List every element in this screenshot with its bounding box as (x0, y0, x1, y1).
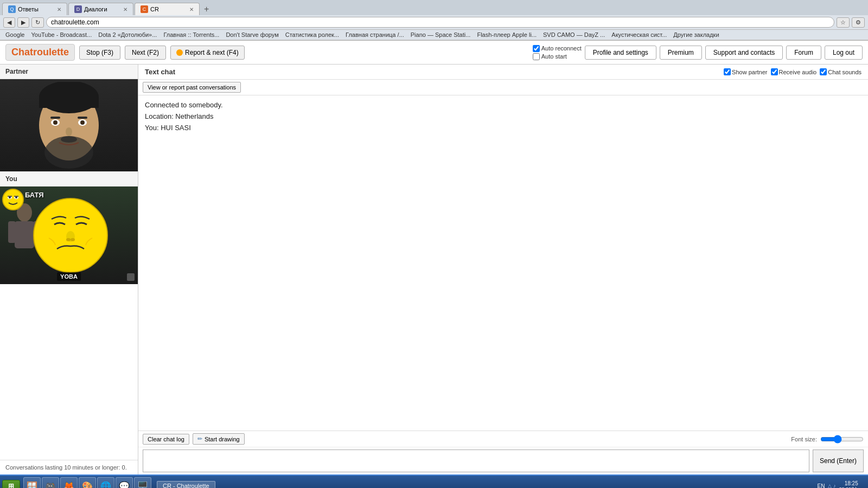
receive-audio-checkbox[interactable]: Receive audio (771, 68, 817, 75)
view-report-button[interactable]: View or report past conversations (143, 82, 241, 93)
partner-title: Partner (0, 65, 138, 79)
tab-close-cr[interactable]: ✕ (189, 7, 194, 12)
taskbar-app-desktop[interactable]: 🖥️ (134, 477, 151, 488)
bookmark-main[interactable]: Главная страница /... (343, 31, 406, 38)
chat-input-area: Send (Enter) (138, 447, 868, 474)
svg-point-25 (66, 238, 71, 241)
auto-start-input[interactable] (533, 53, 540, 60)
svg-rect-14 (8, 221, 16, 243)
bookmark-stats[interactable]: Статистика ролек... (283, 31, 341, 38)
bookmark-flash[interactable]: Flash-плеер Apple li... (475, 31, 539, 38)
meme-face-large (33, 197, 108, 273)
bookmark-other[interactable]: Другие закладки (671, 31, 721, 38)
partner-video (0, 79, 138, 171)
tab-answers[interactable]: Q Ответы ✕ (2, 3, 67, 15)
tab-favicon-cr: C (141, 5, 148, 13)
report-next-button[interactable]: Report & next (F4) (170, 46, 245, 60)
forum-button[interactable]: Forum (786, 46, 821, 60)
taskbar-app-chrome[interactable]: 🌐 (97, 477, 114, 488)
taskbar: ⊞ 🪟 🎮 🦊 🎨 🌐 💬 🖥️ CR - Chatroulette EN △ … (0, 474, 868, 488)
taskbar-active-apps: CR - Chatroulette (151, 481, 818, 488)
start-drawing-button[interactable]: ✏ Start drawing (193, 433, 245, 445)
bookmark-youtube[interactable]: YouTube - Broadcast... (29, 31, 94, 38)
top-right: Auto reconnect Auto start Profile and se… (533, 45, 863, 60)
chat-messages: Connected to somebody. Location: Netherl… (138, 95, 868, 431)
stop-button[interactable]: Stop (F3) (79, 46, 120, 60)
forward-button[interactable]: ▶ (17, 17, 29, 28)
svg-point-6 (53, 120, 58, 125)
taskbar-app-photoshop[interactable]: 🎨 (79, 477, 96, 488)
receive-audio-input[interactable] (771, 68, 778, 75)
message-location: Location: Netherlands (145, 112, 861, 120)
url-bar[interactable] (46, 17, 834, 28)
taskbar-chatroulette[interactable]: CR - Chatroulette (157, 481, 215, 488)
new-tab-button[interactable]: + (201, 3, 212, 15)
tab-close-dialogi[interactable]: ✕ (123, 7, 127, 12)
partner-video-bg (0, 79, 138, 171)
chat-sounds-input[interactable] (820, 68, 827, 75)
browser-chrome: Q Ответы ✕ D Диалоги ✕ C CR ✕ + ◀ ▶ ↻ ☆ … (0, 0, 868, 41)
show-partner-input[interactable] (724, 68, 731, 75)
refresh-button[interactable]: ↻ (31, 17, 44, 28)
svg-point-26 (71, 238, 75, 241)
logout-button[interactable]: Log out (825, 46, 863, 60)
chat-sounds-checkbox[interactable]: Chat sounds (820, 68, 861, 75)
taskbar-app-firefox[interactable]: 🦊 (60, 477, 78, 488)
windows-logo: ⊞ (8, 482, 14, 489)
top-bar: Chatroulette Stop (F3) Next (F2) Report … (0, 41, 868, 65)
premium-button[interactable]: Premium (660, 46, 702, 60)
bookmark-button[interactable]: ☆ (837, 17, 850, 28)
taskbar-app-skype[interactable]: 💬 (116, 477, 133, 488)
tab-label-cr: CR (150, 6, 159, 12)
avatar-face-svg (3, 190, 23, 209)
support-contacts-button[interactable]: Support and contacts (705, 46, 783, 60)
svg-rect-9 (50, 117, 60, 119)
you-video: БАТЯ (0, 187, 138, 284)
tab-cr[interactable]: C CR ✕ (135, 3, 200, 15)
report-icon (176, 49, 183, 56)
bookmark-piano[interactable]: Piano — Space Stati... (409, 31, 473, 38)
notification-area: △ ♪ (828, 483, 835, 488)
show-partner-checkbox[interactable]: Show partner (724, 68, 767, 75)
taskbar-app-windows[interactable]: 🪟 (23, 477, 41, 488)
bookmark-svd[interactable]: SVD CAMO — DayZ ... (541, 31, 607, 38)
tab-dialogi[interactable]: D Диалоги ✕ (68, 3, 133, 15)
message-connected: Connected to somebody. (145, 101, 861, 109)
auto-reconnect-input[interactable] (533, 45, 540, 52)
chat-input[interactable] (143, 450, 809, 472)
show-partner-label: Show partner (732, 69, 767, 75)
bookmark-dontstarve[interactable]: Don't Starve форум (224, 31, 280, 38)
font-size-slider[interactable] (820, 435, 864, 444)
settings-button[interactable]: ⚙ (852, 17, 865, 28)
send-button[interactable]: Send (Enter) (813, 450, 864, 472)
taskbar-app-steam[interactable]: 🎮 (42, 477, 59, 488)
checkbox-group: Auto reconnect Auto start (533, 45, 582, 60)
start-button[interactable]: ⊞ (2, 480, 20, 489)
bookmark-acoustic[interactable]: Акустическая сист... (609, 31, 669, 38)
auto-start-checkbox[interactable]: Auto start (533, 53, 582, 60)
svg-point-8 (66, 127, 72, 136)
chat-bottom-toolbar: Clear chat log ✏ Start drawing Font size… (138, 431, 868, 447)
auto-reconnect-checkbox[interactable]: Auto reconnect (533, 45, 582, 52)
nav-bar: ◀ ▶ ↻ ☆ ⚙ (0, 15, 868, 30)
profile-settings-button[interactable]: Profile and settings (585, 46, 656, 60)
font-size-label: Font size: (791, 436, 817, 442)
tab-close-answers[interactable]: ✕ (57, 7, 61, 12)
avatar-overlay (2, 189, 24, 210)
bookmark-dota[interactable]: Dota 2 «Дотолюби»... (96, 31, 159, 38)
taskbar-apps: 🪟 🎮 🦊 🎨 🌐 💬 🖥️ (23, 477, 151, 488)
clear-chat-log-button[interactable]: Clear chat log (143, 434, 189, 445)
language-indicator: EN (818, 483, 825, 489)
svg-rect-13 (15, 221, 34, 248)
tab-favicon-dialogi: D (74, 5, 82, 13)
back-button[interactable]: ◀ (3, 17, 15, 28)
svg-rect-10 (78, 117, 87, 119)
receive-audio-label: Receive audio (779, 69, 817, 75)
bookmark-google[interactable]: Google (3, 31, 27, 38)
sidebar: Partner (0, 65, 138, 474)
svg-point-7 (80, 120, 85, 125)
partner-section: Partner (0, 65, 138, 172)
auto-reconnect-label: Auto reconnect (541, 45, 582, 52)
bookmark-torrents[interactable]: Главная :: Torrents... (161, 31, 221, 38)
next-button[interactable]: Next (F2) (125, 46, 166, 60)
